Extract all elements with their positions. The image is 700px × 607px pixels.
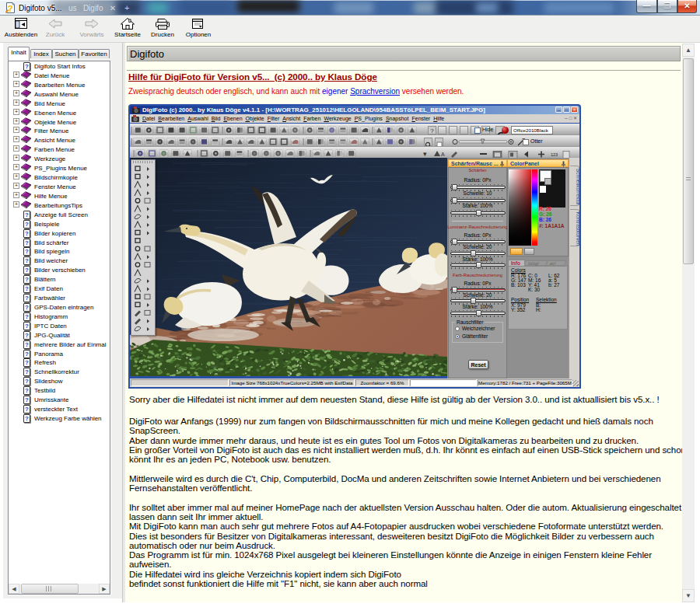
svg-text:?: ? bbox=[8, 4, 13, 13]
svg-text:▾: ▾ bbox=[423, 150, 427, 158]
svg-text:123: 123 bbox=[551, 152, 558, 157]
svg-text:A: A bbox=[441, 152, 445, 157]
